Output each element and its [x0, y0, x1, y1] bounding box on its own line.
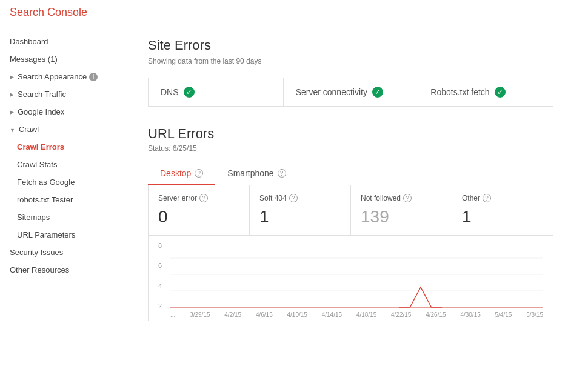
chart-area: 8 6 4 2 — [148, 236, 553, 321]
url-errors-tabs: Desktop ? Smartphone ? — [148, 162, 553, 185]
x-label-58: 5/8/15 — [526, 311, 543, 318]
site-error-server-connectivity: Server connectivity ✓ — [284, 78, 419, 106]
sidebar-item-search-traffic[interactable]: Search Traffic — [0, 85, 133, 103]
y-label-6: 6 — [158, 262, 170, 269]
not-followed-help-icon[interactable]: ? — [403, 194, 412, 202]
server-error-label: Server error — [158, 194, 197, 202]
dns-label: DNS — [161, 87, 179, 97]
sidebar-item-crawl-stats[interactable]: Crawl Stats — [0, 156, 133, 173]
robots-check-icon: ✓ — [495, 87, 506, 98]
main-layout: Dashboard Messages (1) Search Appearance… — [0, 25, 568, 392]
tab-smartphone[interactable]: Smartphone ? — [215, 162, 298, 185]
chart-y-axis: 8 6 4 2 — [158, 242, 170, 321]
url-errors-status: Status: 6/25/15 — [148, 144, 553, 153]
other-value: 1 — [462, 207, 543, 227]
chart-container: 8 6 4 2 — [158, 242, 543, 321]
desktop-help-icon[interactable]: ? — [195, 169, 203, 178]
stat-not-followed: Not followed ? 139 — [351, 185, 452, 235]
sidebar-item-search-appearance[interactable]: Search Appearance i — [0, 68, 133, 85]
sidebar-item-dashboard[interactable]: Dashboard — [0, 33, 133, 50]
sidebar: Dashboard Messages (1) Search Appearance… — [0, 25, 133, 392]
other-label: Other — [462, 194, 480, 202]
not-followed-label: Not followed — [361, 194, 401, 202]
tab-desktop-label: Desktop — [160, 168, 191, 178]
server-connectivity-label: Server connectivity — [296, 87, 367, 97]
sidebar-item-sitemaps[interactable]: Sitemaps — [0, 208, 133, 226]
x-label-422: 4/22/15 — [391, 311, 411, 318]
x-label-329: 3/29/15 — [190, 311, 210, 318]
y-label-4: 4 — [158, 282, 170, 290]
other-help-icon[interactable]: ? — [483, 194, 491, 202]
site-errors-grid: DNS ✓ Server connectivity ✓ Robots.txt f… — [148, 78, 553, 107]
x-label-54: 5/4/15 — [495, 311, 512, 318]
soft-404-value: 1 — [259, 207, 341, 227]
sidebar-item-url-parameters[interactable]: URL Parameters — [0, 226, 133, 244]
site-errors-subtitle: Showing data from the last 90 days — [148, 57, 553, 65]
y-label-2: 2 — [158, 302, 170, 310]
sidebar-item-other-resources[interactable]: Other Resources — [0, 261, 133, 279]
sidebar-item-google-index[interactable]: Google Index — [0, 103, 133, 121]
x-label-46: 4/6/15 — [256, 311, 273, 318]
stat-other: Other ? 1 — [452, 185, 553, 235]
site-error-robots-fetch: Robots.txt fetch ✓ — [418, 78, 553, 106]
sidebar-item-messages[interactable]: Messages (1) — [0, 50, 133, 68]
soft-404-help-icon[interactable]: ? — [289, 194, 298, 202]
info-icon[interactable]: i — [89, 73, 98, 81]
sidebar-item-crawl-errors[interactable]: Crawl Errors — [0, 138, 133, 156]
site-error-dns: DNS ✓ — [149, 78, 284, 106]
stat-server-error: Server error ? 0 — [149, 185, 250, 235]
x-label-430: 4/30/15 — [460, 311, 480, 318]
server-error-value: 0 — [158, 207, 239, 227]
x-label-42: 4/2/15 — [224, 311, 241, 318]
x-label-410: 4/10/15 — [287, 311, 307, 318]
soft-404-label: Soft 404 — [259, 194, 287, 202]
sidebar-item-robots-tester[interactable]: robots.txt Tester — [0, 191, 133, 208]
chart-svg-wrapper: ... 3/29/15 4/2/15 4/6/15 4/10/15 4/14/1… — [170, 242, 543, 321]
tab-smartphone-label: Smartphone — [227, 168, 273, 178]
url-errors-title: URL Errors — [148, 126, 553, 142]
x-label-dots: ... — [170, 311, 175, 318]
chart-svg — [170, 242, 543, 308]
sidebar-item-fetch-as-google[interactable]: Fetch as Google — [0, 173, 133, 191]
server-check-icon: ✓ — [372, 87, 383, 98]
y-label-8: 8 — [158, 242, 170, 249]
robots-fetch-label: Robots.txt fetch — [430, 87, 489, 97]
app-header: Search Console — [0, 0, 568, 25]
site-errors-title: Site Errors — [148, 38, 553, 53]
sidebar-label-search-appearance: Search Appearance — [18, 72, 87, 81]
stat-soft-404: Soft 404 ? 1 — [250, 185, 351, 235]
x-label-414: 4/14/15 — [322, 311, 342, 318]
x-label-418: 4/18/15 — [356, 311, 376, 318]
chart-x-axis: ... 3/29/15 4/2/15 4/6/15 4/10/15 4/14/1… — [170, 310, 543, 318]
main-content: Site Errors Showing data from the last 9… — [133, 25, 568, 392]
app-title: Search Console — [10, 6, 87, 19]
error-stats-grid: Server error ? 0 Soft 404 ? 1 Not follow… — [148, 185, 553, 236]
tab-desktop[interactable]: Desktop ? — [148, 162, 215, 185]
x-label-426: 4/26/15 — [426, 311, 446, 318]
sidebar-item-security-issues[interactable]: Security Issues — [0, 244, 133, 261]
smartphone-help-icon[interactable]: ? — [278, 169, 286, 178]
not-followed-value: 139 — [361, 207, 442, 227]
sidebar-item-crawl[interactable]: Crawl — [0, 121, 133, 138]
server-error-help-icon[interactable]: ? — [199, 194, 208, 202]
dns-check-icon: ✓ — [184, 87, 195, 98]
